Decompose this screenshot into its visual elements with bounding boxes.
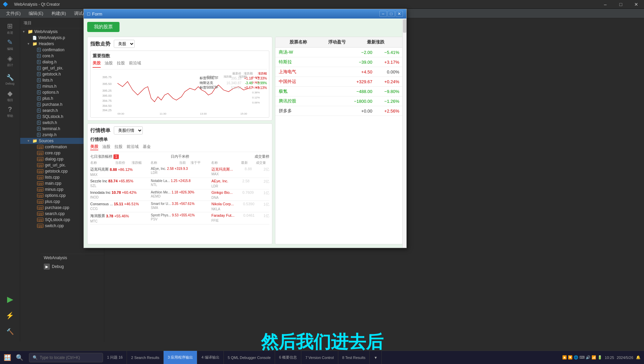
maximize-button[interactable]: □ <box>613 0 629 9</box>
holding-row: 腾讯控股 −1800.00 −1.26% <box>275 96 403 106</box>
rtab-la[interactable]: 拉股 <box>114 144 123 150</box>
holdings-col-profit: 浮动盈亏 <box>317 39 356 45</box>
svg-text:394.50: 394.50 <box>102 104 112 108</box>
close-button[interactable]: ✕ <box>629 0 644 9</box>
edit-icon-btn[interactable]: ✎ 编辑 <box>3 37 18 52</box>
help-icon-btn[interactable]: ? 帮助 <box>3 104 18 119</box>
icons-bar: ⊞ 欢迎 ✎ 编辑 ◈ 设计 🔧 Debug ◆ 项目 ? 帮助 ▶ ⚡ 🔨 <box>0 18 20 342</box>
holdings-col-change: 最新涨跌 <box>357 39 395 45</box>
holding-row: 上海电气 +4.50 0.00% <box>275 67 403 77</box>
rtab-oil[interactable]: 油股 <box>102 144 110 150</box>
taskbar-tab-qml[interactable]: 5 QML Debugger Console <box>224 351 275 364</box>
run-icon-btn[interactable]: ▶ <box>3 292 18 307</box>
ranking-section: 行情榜单 美股行情 A股行情 港股行情 行情榜单 美股 油股 拉股 前沿域 基金 <box>87 123 272 244</box>
index-dropdown[interactable]: 美股 A股 港股 <box>114 40 135 48</box>
svg-text:395.75: 395.75 <box>102 75 112 79</box>
search-input[interactable] <box>40 355 99 360</box>
scrollbar-placeholder <box>395 39 399 45</box>
tab-frontier[interactable]: 前沿域 <box>129 60 141 68</box>
holding-profit: −1800.00 <box>339 99 372 104</box>
holding-row: 极氪 −488.00 −9.80% <box>275 87 403 96</box>
form-title-text: Form <box>92 11 379 17</box>
form-minimize-btn[interactable]: – <box>379 11 387 17</box>
ranking-col-headers: 七日涨跌幅榜 1 日内千米榜 成交量榜 <box>90 154 269 159</box>
menu-edit[interactable]: 编辑(E) <box>25 9 46 18</box>
hammer-icon-btn[interactable]: 🔨 <box>3 324 18 339</box>
holding-change: −5.41% <box>372 50 399 55</box>
holdings-panel: 股票名称 浮动盈亏 最新涨跌 商汤-W −2.00 −5.41% 特斯拉 −39… <box>275 37 403 244</box>
taskbar-tab-issues[interactable]: 1 问题 16 <box>103 351 127 364</box>
my-stocks-button[interactable]: 我的股票 <box>87 22 120 32</box>
form-maximize-btn[interactable]: □ <box>387 11 395 17</box>
rank-row: Sezzle Inc 83.74 +65.85% SZL Notable La.… <box>90 178 269 189</box>
index-section-header: 指数走势 美股 A股 港股 <box>90 40 269 48</box>
start-button[interactable]: 🪟 <box>2 352 13 363</box>
svg-text:395.25: 395.25 <box>102 89 112 92</box>
rtab-fund[interactable]: 基金 <box>143 144 151 150</box>
webanalysis-label[interactable]: WebAnalysis <box>40 254 104 262</box>
svg-text:0.38%: 0.38% <box>252 91 260 94</box>
index-tabs: 美股 油股 拉股 前沿域 <box>93 60 267 69</box>
taskbar-time: 10:25 <box>605 356 614 360</box>
taskbar-date: 2024/5/26 <box>617 356 633 360</box>
taskbar-tab-search[interactable]: 2 Search Results <box>127 351 164 364</box>
rtab-frontier[interactable]: 前沿域 <box>127 144 139 150</box>
taskbar-tab-vc[interactable]: 7 Version Control <box>301 351 338 364</box>
menu-build[interactable]: 构建(B) <box>48 9 69 18</box>
menu-file[interactable]: 文件(E) <box>3 9 24 18</box>
taskbar-tab-compile[interactable]: 4 编译输出 <box>197 351 224 364</box>
index-section-title: 指数走势 <box>90 41 110 47</box>
debug-icon-btn[interactable]: 🔧 Debug <box>3 72 18 87</box>
taskbar-tab-app-output[interactable]: 3 应用程序输出 <box>164 351 197 364</box>
holdings-header: 股票名称 浮动盈亏 最新涨跌 <box>275 37 403 48</box>
svg-text:0.12%: 0.12% <box>252 96 260 99</box>
holding-change: −1.26% <box>372 99 399 104</box>
project-icon-btn[interactable]: ◆ 项目 <box>3 88 18 103</box>
taskbar-tab-overview[interactable]: 6 概要信息 <box>275 351 301 364</box>
holding-row: 中国外运 +329.67 +0.24% <box>275 77 403 87</box>
ranking-section-header: 行情榜单 美股行情 A股行情 港股行情 <box>90 126 269 134</box>
taskbar-tab-tests[interactable]: 8 Test Results <box>338 351 370 364</box>
holdings-scrollbar[interactable] <box>402 37 403 244</box>
tab-us-stock[interactable]: 美股 <box>93 60 101 68</box>
holding-change: +3.17% <box>372 60 399 65</box>
index-table: 最新价涨跌额涨跌幅 标普500ETF 395.18 +1.18 +3.33% <box>200 71 267 90</box>
left-panel: 指数走势 美股 A股 港股 重要指数 美股 油股 拉股 <box>87 37 272 244</box>
holding-profit: +0.00 <box>339 109 372 114</box>
holdings-body: 商汤-W −2.00 −5.41% 特斯拉 −39.00 +3.17% 上海电气… <box>275 48 403 244</box>
tab-oil[interactable]: 油股 <box>105 60 113 68</box>
form-title-bar: □ Form – □ ✕ <box>84 9 406 19</box>
ranking-dropdown[interactable]: 美股行情 A股行情 港股行情 <box>114 126 143 134</box>
holding-change: 0.00% <box>372 69 399 74</box>
design-icon-btn[interactable]: ◈ 设计 <box>3 53 18 68</box>
taskbar-tab-more[interactable]: ▼ <box>370 351 382 364</box>
holding-profit: −488.00 <box>339 89 372 94</box>
title-text: WebAnalysis - Qt Creator <box>11 2 63 7</box>
taskbar: 🪟 🔍 🔍 1 问题 16 2 Search Results 3 应用程序输出 … <box>0 351 644 364</box>
form-window-controls: – □ ✕ <box>379 11 403 17</box>
taskbar-notification[interactable]: 🔔 <box>636 355 641 360</box>
rtab-us[interactable]: 美股 <box>90 144 98 150</box>
holding-profit: +4.50 <box>339 69 372 74</box>
search-taskbar-icon[interactable]: 🔍 <box>14 352 25 363</box>
rank-row: Consensus ... 15.11 +46.51% CCG Smart fo… <box>90 201 269 212</box>
title-controls: – □ ✕ <box>598 0 644 9</box>
ranking-col2-header: 日内千米榜 <box>151 154 209 159</box>
ranking-rows: 迈克玛克斯 8.88 +86.12% MAX AEye, Inc. 2.58 +… <box>90 166 269 241</box>
holding-name: 拼多多 <box>279 108 339 114</box>
holding-name: 腾讯控股 <box>279 98 339 104</box>
welcome-icon-btn[interactable]: ⊞ 欢迎 <box>3 21 18 36</box>
rank-row: 迈克玛克斯 8.88 +86.12% MAX AEye, Inc. 2.58 +… <box>90 166 269 178</box>
holding-change: +0.24% <box>372 79 399 84</box>
ranking-sub-title: 行情榜单 <box>90 136 269 143</box>
taskbar-search-box[interactable]: 🔍 <box>29 353 103 362</box>
svg-text:15:30: 15:30 <box>240 112 247 115</box>
holding-profit: +329.67 <box>339 79 372 84</box>
holding-change: +2.56% <box>372 109 399 114</box>
debug-run-icon-btn[interactable]: ⚡ <box>3 308 18 323</box>
minimize-button[interactable]: – <box>598 0 613 9</box>
tab-la[interactable]: 拉股 <box>117 60 125 68</box>
form-close-btn[interactable]: ✕ <box>396 11 403 17</box>
svg-text:11:30: 11:30 <box>160 112 167 115</box>
holding-change: −9.80% <box>372 89 399 94</box>
